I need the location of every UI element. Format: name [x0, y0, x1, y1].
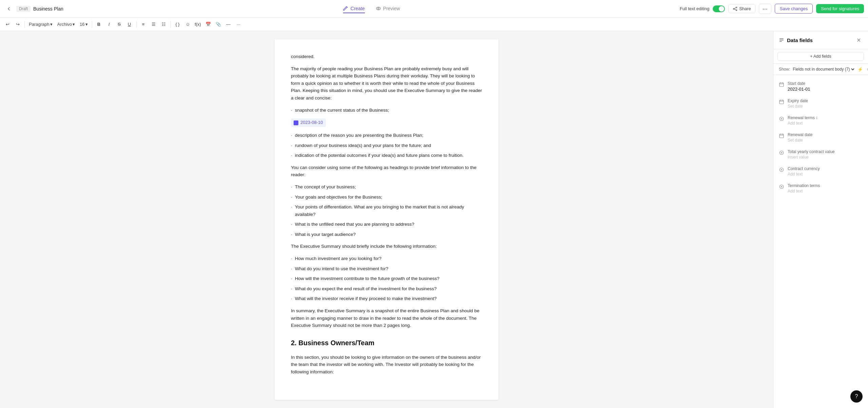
sort-button[interactable]: ≡ [865, 66, 868, 73]
editor-toolbar: ↩ ↪ Paragraph ▾ Archivo ▾ 16 ▾ B I S U ≡… [0, 18, 868, 31]
field-name: Contract currency [788, 166, 863, 171]
para3: The Executive Summary should briefly inc… [291, 243, 482, 250]
field-type-icon [779, 116, 784, 122]
strikethrough-button[interactable]: S [115, 20, 124, 29]
redo-button[interactable]: ↪ [13, 20, 22, 29]
back-button[interactable] [4, 4, 14, 14]
tab-preview[interactable]: Preview [376, 4, 400, 13]
underline-button[interactable]: U [125, 20, 134, 29]
variable-button[interactable]: { } [173, 20, 182, 29]
svg-rect-6 [780, 40, 784, 40]
font-dropdown[interactable]: Archivo ▾ [55, 20, 77, 29]
svg-rect-5 [780, 38, 784, 39]
svg-point-1 [378, 8, 379, 9]
toolbar-separator-4 [171, 21, 171, 28]
full-text-toggle[interactable] [713, 5, 725, 12]
italic-button[interactable]: I [104, 20, 114, 29]
share-button[interactable]: Share [728, 4, 755, 13]
field-content: Contract currency Add text [788, 166, 863, 177]
draft-badge: Draft [16, 6, 31, 12]
field-item: Termination terms Add text [773, 180, 868, 197]
font-size-dropdown[interactable]: 16 ▾ [78, 20, 90, 29]
panel-filter-row: Show: Fields not in document body (7) ⚡ … [773, 64, 868, 75]
field-type-icon [779, 99, 784, 105]
filter-icons: ⚡ ≡ [857, 66, 868, 73]
bullet-item-4: indication of the potential outcomes if … [291, 152, 482, 159]
add-fields-button[interactable]: + Add fields [777, 52, 864, 61]
field-placeholder[interactable]: Add text [788, 121, 863, 126]
field-item: Renewal terms ℹ Add text [773, 112, 868, 129]
panel-close-button[interactable]: ✕ [854, 36, 863, 44]
top-navigation: Draft Business Plan Create Preview Full … [0, 0, 868, 18]
calendar-button[interactable]: 📅 [203, 20, 213, 29]
main-area: considered. The majority of people readi… [0, 31, 868, 408]
intro-para: considered. [291, 53, 482, 60]
bullet-item-8: What is the unfilled need that you are p… [291, 221, 482, 228]
field-content: Expiry date Set date [788, 98, 863, 109]
para1: The majority of people reading your Busi… [291, 65, 482, 102]
field-placeholder[interactable]: Add text [788, 172, 863, 177]
bullet-item-11: What do you intend to use the investment… [291, 265, 482, 273]
data-fields-panel: Data fields ✕ + Add fields Show: Fields … [773, 31, 868, 408]
svg-point-2 [736, 7, 737, 8]
svg-rect-7 [780, 41, 782, 42]
panel-title: Data fields [787, 37, 813, 43]
more-toolbar-button[interactable]: ··· [234, 20, 243, 29]
bullet-list-button[interactable]: ☰ [149, 20, 158, 29]
fields-icon [779, 37, 784, 43]
ordered-list-button[interactable]: ☷ [159, 20, 169, 29]
field-type-icon [779, 82, 784, 87]
field-placeholder[interactable]: Set date [788, 104, 863, 109]
svg-rect-12 [780, 134, 784, 138]
field-type-icon [779, 133, 784, 138]
field-name: Expiry date [788, 98, 863, 103]
toolbar-separator-1 [24, 21, 25, 28]
bullet-item-6: Your goals and objectives for the Busine… [291, 193, 482, 201]
formula-button[interactable]: f(x) [193, 20, 203, 29]
para4: In summary, the Executive Summary is a s… [291, 307, 482, 329]
field-placeholder[interactable]: Set date [788, 138, 863, 143]
help-button[interactable]: ? [850, 390, 863, 403]
filter-select[interactable]: Fields not in document body (7) [791, 67, 855, 72]
attachment-button[interactable]: 📎 [214, 20, 223, 29]
bullet-item-3: rundown of your business idea(s) and you… [291, 142, 482, 149]
send-for-signatures-button[interactable]: Send for signatures [816, 4, 864, 13]
svg-point-4 [736, 10, 737, 11]
bold-button[interactable]: B [94, 20, 104, 29]
tab-create[interactable]: Create [343, 4, 365, 13]
save-changes-button[interactable]: Save changes [775, 4, 813, 14]
document-title: Business Plan [33, 6, 63, 12]
dash-button[interactable]: — [224, 20, 233, 29]
bullet-item-9: What is your target audience? [291, 231, 482, 238]
bullet-item-13: What do you expect the end result of the… [291, 285, 482, 293]
bullet-item-1: snapshot of the current status of the Bu… [291, 107, 482, 114]
field-placeholder[interactable]: Insert value [788, 155, 863, 160]
svg-point-3 [733, 8, 734, 9]
bullet-list-2: description of the reason you are presen… [291, 132, 482, 159]
field-item: Start date 2022-01-01 [773, 78, 868, 95]
paragraph-dropdown[interactable]: Paragraph ▾ [27, 20, 55, 29]
more-options-button[interactable]: ··· [759, 4, 771, 14]
field-name: Renewal terms ℹ [788, 115, 863, 120]
field-type-icon [779, 184, 784, 189]
fields-list: Start date 2022-01-01 Expiry date Set da… [773, 75, 868, 408]
filter-button[interactable]: ⚡ [857, 66, 864, 73]
field-info-icon: ℹ [816, 116, 817, 120]
date-tag: 2023-08-10 [291, 118, 326, 127]
document-content[interactable]: considered. The majority of people readi… [291, 53, 482, 376]
section2-para: In this section, you should be looking t… [291, 354, 482, 376]
bullet-item-10: How much investment are you looking for? [291, 255, 482, 262]
toolbar-separator-3 [136, 21, 137, 28]
field-placeholder[interactable]: Add text [788, 189, 863, 193]
field-item: Total yearly contract value Insert value [773, 146, 868, 163]
field-content: Total yearly contract value Insert value [788, 149, 863, 160]
bullet-list-1: snapshot of the current status of the Bu… [291, 107, 482, 114]
editor-page: considered. The majority of people readi… [275, 39, 498, 400]
toolbar-separator-2 [92, 21, 92, 28]
emoji-button[interactable]: ☺ [183, 20, 193, 29]
align-button[interactable]: ≡ [139, 20, 148, 29]
bullet-list-3: The concept of your business; Your goals… [291, 183, 482, 238]
undo-button[interactable]: ↩ [3, 20, 12, 29]
nav-right: Full text editing Share ··· Save changes… [680, 4, 864, 14]
editor-wrapper[interactable]: considered. The majority of people readi… [0, 31, 773, 408]
